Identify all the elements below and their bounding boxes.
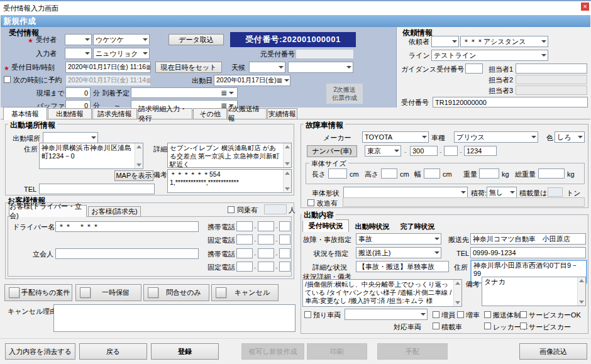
- set-current-datetime-button[interactable]: 現在日時をセット: [155, 62, 222, 73]
- waiting-case-button[interactable]: 手配待ちの案件: [4, 284, 72, 301]
- passenger-checkbox[interactable]: [228, 206, 235, 213]
- servicecar-checkbox[interactable]: [520, 323, 527, 329]
- guidance-number-field[interactable]: [465, 63, 483, 74]
- driver-mobile-2[interactable]: [258, 221, 274, 231]
- transport-system-checkbox[interactable]: [484, 311, 491, 318]
- client-code-select[interactable]: [431, 36, 459, 47]
- cancel-reason-textarea[interactable]: [53, 304, 296, 332]
- witness-mobile-3[interactable]: [279, 248, 290, 258]
- to-site-minutes-field[interactable]: 0: [65, 87, 91, 98]
- witness-mobile-2[interactable]: [258, 248, 274, 258]
- cargo-select[interactable]: 無し: [487, 187, 517, 198]
- hold-button[interactable]: 一時保留: [75, 284, 141, 301]
- back-button[interactable]: 戻る: [79, 343, 147, 360]
- length-field[interactable]: [328, 168, 347, 179]
- checkbox-icon[interactable]: [148, 287, 158, 298]
- passenger-count-field[interactable]: [264, 204, 287, 214]
- detail-situation-field[interactable]: 【事故・搬送】単独事故: [356, 261, 449, 272]
- weather-detail-select[interactable]: [288, 62, 353, 73]
- scroll-up-icon[interactable]: [136, 145, 141, 148]
- width-field[interactable]: [424, 168, 440, 179]
- situation-memo-textarea[interactable]: /損傷個所:横転し、中央分離帯上でひっくり返っている /タイヤパンクない様子 /…: [302, 279, 462, 307]
- request-number-field[interactable]: TR19120000000: [433, 97, 588, 108]
- tab-basic-info[interactable]: 基本情報: [3, 107, 47, 120]
- scroll-down-icon[interactable]: [579, 301, 584, 304]
- weight-field[interactable]: [479, 168, 499, 179]
- scrollbar[interactable]: [577, 277, 585, 306]
- scroll-down-icon[interactable]: [455, 301, 460, 304]
- witness-mobile-1[interactable]: [236, 248, 253, 258]
- driver-mobile-3[interactable]: [279, 221, 290, 231]
- checkbox-icon[interactable]: [9, 287, 19, 298]
- staff1-field[interactable]: [516, 63, 587, 74]
- driver-mobile-1[interactable]: [236, 221, 253, 231]
- scrollbar[interactable]: [283, 170, 291, 192]
- scrollbar[interactable]: [453, 280, 461, 306]
- capacity-field[interactable]: [548, 187, 563, 197]
- customer-tab-billing[interactable]: お客様(請求先): [88, 206, 141, 217]
- register-button[interactable]: 登録: [151, 343, 219, 360]
- deposit-vehicle-select[interactable]: [345, 309, 428, 320]
- receptionist-name-select[interactable]: ウケツケ: [93, 34, 150, 45]
- tab-invoice-entry[interactable]: 請求明細入力・発行: [138, 108, 192, 119]
- body-shape-select[interactable]: [343, 187, 468, 198]
- activity-note-textarea[interactable]: タナカ: [482, 277, 586, 306]
- gross-weight-field[interactable]: [538, 168, 565, 179]
- activity-tab-dispatch[interactable]: 出動時状況: [350, 221, 394, 232]
- witness-name-field[interactable]: [55, 248, 199, 259]
- wrecker-checkbox[interactable]: [484, 323, 491, 329]
- activity-tab-reception[interactable]: 受付時状況: [302, 219, 349, 232]
- dispatch-place-select[interactable]: [43, 132, 98, 143]
- driver-fixed-1[interactable]: [236, 234, 253, 245]
- add-staff-checkbox[interactable]: [433, 311, 439, 318]
- staff2-field[interactable]: [516, 75, 587, 84]
- location-note-textarea[interactable]: ＊＊＊＊＊＊554 1,************,************: [167, 169, 292, 193]
- situation-select[interactable]: 搬送(路上): [356, 247, 441, 258]
- tab-dispatch-info[interactable]: 出動情報: [48, 108, 92, 119]
- reserve-checkbox[interactable]: [4, 76, 11, 83]
- scroll-up-icon[interactable]: [285, 145, 290, 148]
- secondary-transport-slip-button[interactable]: 2次搬送 伝票作成: [326, 84, 363, 104]
- data-import-button[interactable]: データ取込: [168, 34, 224, 45]
- tab-results[interactable]: 実績情報: [267, 108, 297, 119]
- add-car-checkbox[interactable]: [457, 311, 464, 318]
- deposit-vehicle-checkbox[interactable]: [304, 311, 311, 318]
- scrollbar[interactable]: [135, 143, 143, 168]
- incident-type-select[interactable]: 事故: [356, 233, 441, 245]
- destination-tel-field[interactable]: 0999-99-1234: [470, 247, 586, 258]
- witness-fixed-2[interactable]: [258, 262, 274, 272]
- scroll-up-icon[interactable]: [455, 282, 460, 285]
- weather-select[interactable]: [249, 62, 285, 73]
- close-icon[interactable]: ✕: [581, 3, 589, 11]
- line-select[interactable]: テストライン: [431, 50, 548, 61]
- tab-billing-info[interactable]: 請求先情報: [92, 108, 137, 119]
- location-tel-field[interactable]: [39, 184, 155, 194]
- clear-input-button[interactable]: 入力内容を消去する: [5, 343, 75, 360]
- plate-class-field[interactable]: 300: [410, 146, 438, 156]
- checkbox-icon[interactable]: [80, 287, 91, 298]
- witness-fixed-3[interactable]: [279, 262, 290, 272]
- modified-detail-field[interactable]: [343, 197, 585, 207]
- scroll-down-icon[interactable]: [136, 163, 141, 167]
- plate-button[interactable]: ナンバー(車): [307, 145, 357, 157]
- receptionist-code-select[interactable]: [65, 34, 92, 45]
- driver-fixed-3[interactable]: [279, 234, 290, 245]
- tab-secondary-transport[interactable]: 2次搬送情報: [228, 108, 267, 119]
- location-address-textarea[interactable]: 神奈川県横浜市神奈川区浦島町1234－0: [39, 143, 143, 169]
- load-image-button[interactable]: 画像読込: [519, 343, 587, 360]
- driver-fixed-2[interactable]: [258, 234, 274, 245]
- loader-checkbox[interactable]: [433, 323, 439, 329]
- scroll-up-icon[interactable]: [579, 279, 584, 282]
- scroll-down-icon[interactable]: [285, 187, 290, 190]
- modified-checkbox[interactable]: [307, 199, 314, 206]
- scroll-down-icon[interactable]: [285, 162, 290, 165]
- color-select[interactable]: しろ: [555, 131, 585, 143]
- original-number-field[interactable]: [296, 49, 354, 59]
- cancel-button[interactable]: キャンセル: [211, 284, 279, 301]
- input-person-name-select[interactable]: ニュウリョク: [93, 48, 150, 59]
- customer-tab-driver[interactable]: お客様(ドライバー・立会): [9, 205, 87, 217]
- witness-fixed-1[interactable]: [236, 262, 253, 272]
- height-field[interactable]: [381, 168, 397, 179]
- plate-number-field[interactable]: 1234: [464, 146, 497, 156]
- eta-field[interactable]: ▦: [131, 87, 238, 98]
